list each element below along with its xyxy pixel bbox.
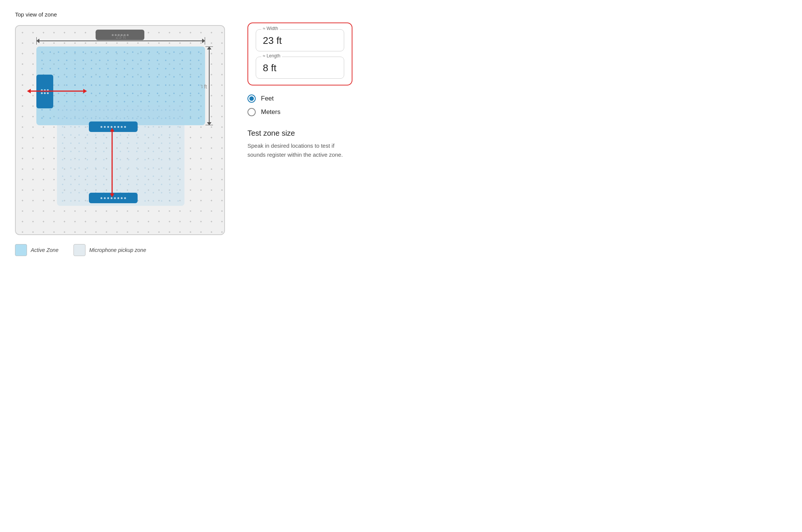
test-zone-title: Test zone size [247,129,352,138]
bar-dot [100,197,102,199]
width-arrow-svg: 23 ft [36,33,205,48]
svg-marker-9 [207,46,211,49]
radio-feet-label: Feet [261,95,274,102]
bar-dot [107,126,109,128]
height-arrow-svg: 8 ft [202,46,217,125]
bar-dot [117,126,119,128]
bar-dot [121,197,123,199]
bar-dots-bottom [100,197,126,199]
bar-dot [104,197,106,199]
zone-container: 23 ft 8 ft [15,25,225,235]
svg-marker-16 [110,128,114,132]
svg-marker-10 [207,122,211,125]
radio-feet-inner [249,96,254,101]
bar-dot [111,197,112,199]
svg-marker-4 [202,39,205,43]
radio-meters[interactable]: Meters [247,108,352,116]
bar-dot [124,126,126,128]
radio-feet-outer[interactable] [247,94,256,103]
svg-text:8 ft: 8 ft [202,84,207,90]
red-arrow-horizontal [27,87,87,96]
length-label: ≈ Length [261,53,282,58]
radio-feet[interactable]: Feet [247,94,352,103]
bar-dot [104,126,106,128]
red-arrow-vertical [108,128,117,197]
bar-dot [114,197,116,199]
length-field-group[interactable]: ≈ Length 8 ft [256,57,344,79]
bar-dot [121,126,123,128]
top-view-label: Top view of zone [15,11,225,18]
unit-radio-group: Feet Meters [247,93,352,118]
legend: Active Zone Microphone pickup zone [15,244,225,256]
active-zone-swatch [15,244,27,256]
bar-dot [114,126,116,128]
test-zone-section: Test zone size Speak in desired location… [247,129,352,159]
radio-meters-label: Meters [261,108,280,116]
active-zone-label: Active Zone [31,247,58,253]
bar-dot [124,197,126,199]
bar-dot [107,197,109,199]
left-panel: Top view of zone [15,11,225,256]
pickup-zone-swatch [73,244,85,256]
main-layout: Top view of zone [15,11,787,256]
length-value: 8 ft [263,62,337,74]
svg-marker-3 [36,39,39,43]
svg-marker-17 [110,193,114,197]
svg-marker-13 [27,89,31,93]
legend-active-zone: Active Zone [15,244,58,256]
right-panel: ≈ Width 23 ft ≈ Length 8 ft Feet Meters [247,11,352,159]
radio-meters-outer[interactable] [247,108,256,116]
pickup-zone [57,105,184,206]
width-field-group[interactable]: ≈ Width 23 ft [256,29,344,51]
pickup-zone-label: Microphone pickup zone [89,247,146,253]
bar-dot [100,126,102,128]
legend-pickup-zone: Microphone pickup zone [73,244,146,256]
svg-text:23 ft: 23 ft [115,34,126,40]
width-value: 23 ft [263,35,337,46]
bar-dot [111,126,112,128]
width-label: ≈ Width [261,26,280,31]
test-zone-description: Speak in desired locations to test if so… [247,141,345,159]
dimension-box: ≈ Width 23 ft ≈ Length 8 ft [247,22,352,85]
bar-dots-top [100,126,126,128]
svg-marker-14 [83,89,87,93]
bar-dot [117,197,119,199]
